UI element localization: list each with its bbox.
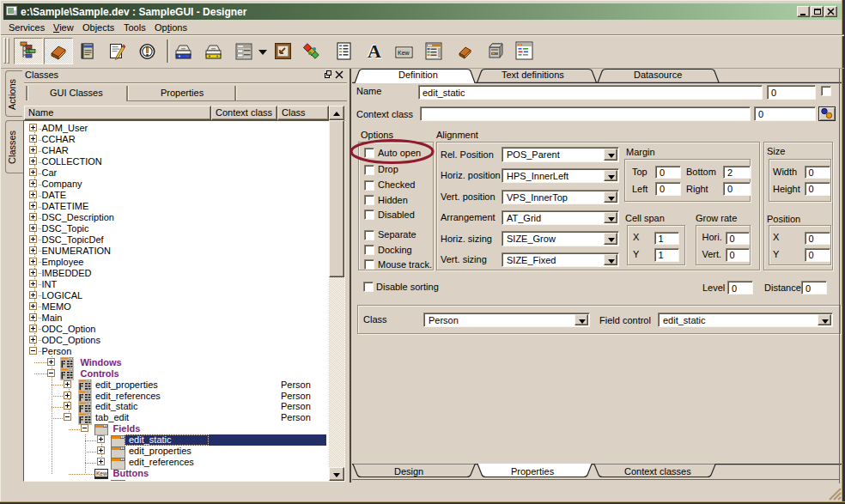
svg-text:Kew: Kew <box>398 50 410 56</box>
svg-text:Kew: Kew <box>96 471 107 477</box>
